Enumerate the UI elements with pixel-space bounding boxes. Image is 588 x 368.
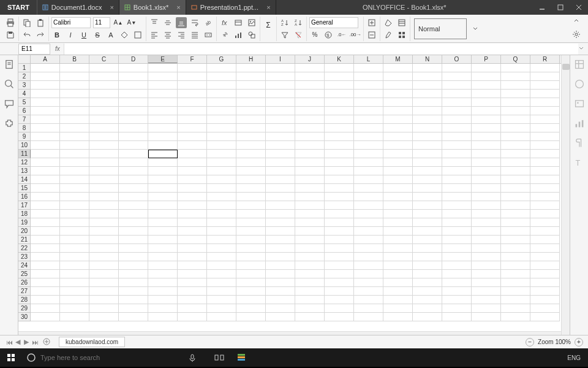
cell[interactable] <box>266 72 295 81</box>
column-header[interactable]: H <box>236 55 266 63</box>
cell[interactable] <box>207 158 236 167</box>
row-header[interactable]: 22 <box>18 244 31 253</box>
sheet-nav-last-icon[interactable]: ⏭ <box>31 339 39 346</box>
row-header[interactable]: 26 <box>18 278 31 287</box>
cell[interactable] <box>383 184 413 193</box>
cell[interactable] <box>148 107 178 115</box>
percent-button[interactable]: % <box>309 29 320 40</box>
cell[interactable] <box>413 64 442 72</box>
cell[interactable] <box>530 90 560 98</box>
cell[interactable] <box>295 64 325 72</box>
cell[interactable] <box>530 227 560 236</box>
column-header[interactable]: O <box>442 55 472 63</box>
cell[interactable] <box>60 124 89 132</box>
text-art-settings-icon[interactable]: T <box>574 157 585 168</box>
cell[interactable] <box>236 270 266 278</box>
cell[interactable] <box>295 184 325 193</box>
collapse-toolbar-button[interactable] <box>573 18 582 25</box>
cell[interactable] <box>442 132 472 141</box>
cell[interactable] <box>31 64 60 72</box>
cell[interactable] <box>60 107 89 115</box>
cell[interactable] <box>383 72 413 81</box>
print-button[interactable] <box>5 17 16 28</box>
cell[interactable] <box>89 304 119 313</box>
cell[interactable] <box>354 72 383 81</box>
cell[interactable] <box>501 150 530 158</box>
cell[interactable] <box>383 296 413 304</box>
cell[interactable] <box>178 132 207 141</box>
clear-filter-button[interactable] <box>293 29 304 40</box>
cell[interactable] <box>501 193 530 201</box>
cell[interactable] <box>383 253 413 261</box>
column-header[interactable]: Q <box>501 55 530 63</box>
cell[interactable] <box>236 150 266 158</box>
cell[interactable] <box>207 201 236 210</box>
cell[interactable] <box>236 244 266 253</box>
cell[interactable] <box>413 236 442 244</box>
cell[interactable] <box>325 278 354 287</box>
insert-cells-button[interactable] <box>366 17 377 28</box>
cell[interactable] <box>501 64 530 72</box>
cell[interactable] <box>266 244 295 253</box>
cell[interactable] <box>295 313 325 321</box>
cell[interactable] <box>31 167 60 175</box>
cell[interactable] <box>207 98 236 107</box>
cell[interactable] <box>325 81 354 90</box>
cell[interactable] <box>119 81 148 90</box>
cell[interactable] <box>178 296 207 304</box>
cell[interactable] <box>442 150 472 158</box>
cell[interactable] <box>178 167 207 175</box>
row-header[interactable]: 4 <box>18 90 31 98</box>
cell[interactable] <box>60 278 89 287</box>
cell[interactable] <box>148 175 178 184</box>
cell[interactable] <box>530 124 560 132</box>
chevron-down-icon[interactable] <box>469 18 481 39</box>
cell[interactable] <box>60 184 89 193</box>
currency-button[interactable]: $ <box>323 29 334 40</box>
row-header[interactable]: 25 <box>18 270 31 278</box>
row-header[interactable]: 24 <box>18 261 31 270</box>
cell[interactable] <box>295 115 325 124</box>
cell[interactable] <box>236 201 266 210</box>
cell[interactable] <box>31 124 60 132</box>
row-header[interactable]: 29 <box>18 304 31 313</box>
cell[interactable] <box>60 261 89 270</box>
cell[interactable] <box>236 132 266 141</box>
cell[interactable] <box>148 72 178 81</box>
cell[interactable] <box>295 193 325 201</box>
cell[interactable] <box>119 175 148 184</box>
cell[interactable] <box>266 193 295 201</box>
shape-settings-icon[interactable] <box>574 79 585 90</box>
cell[interactable] <box>207 218 236 227</box>
cell[interactable] <box>501 107 530 115</box>
underline-button[interactable]: U <box>78 29 89 40</box>
cell[interactable] <box>354 304 383 313</box>
cell[interactable] <box>148 124 178 132</box>
cell[interactable] <box>236 167 266 175</box>
cell[interactable] <box>442 261 472 270</box>
font-color-button[interactable]: A <box>105 29 116 40</box>
cell[interactable] <box>207 184 236 193</box>
cell[interactable] <box>354 124 383 132</box>
cell[interactable] <box>178 227 207 236</box>
cell[interactable] <box>413 227 442 236</box>
row-header[interactable]: 9 <box>18 132 31 141</box>
format-table-button[interactable] <box>396 17 407 28</box>
cell[interactable] <box>442 184 472 193</box>
cell[interactable] <box>178 90 207 98</box>
cell[interactable] <box>295 304 325 313</box>
cell[interactable] <box>31 270 60 278</box>
cell[interactable] <box>31 218 60 227</box>
cell[interactable] <box>413 98 442 107</box>
cell[interactable] <box>354 218 383 227</box>
close-icon[interactable]: × <box>266 4 270 11</box>
cell[interactable] <box>354 287 383 296</box>
align-left-button[interactable] <box>149 29 160 40</box>
row-header[interactable]: 12 <box>18 158 31 167</box>
row-header[interactable]: 21 <box>18 236 31 244</box>
decrease-decimal-button[interactable]: .0← <box>336 29 347 40</box>
horizontal-scrollbar[interactable] <box>18 331 561 335</box>
cell[interactable] <box>295 158 325 167</box>
cell[interactable] <box>442 270 472 278</box>
cell[interactable] <box>354 184 383 193</box>
